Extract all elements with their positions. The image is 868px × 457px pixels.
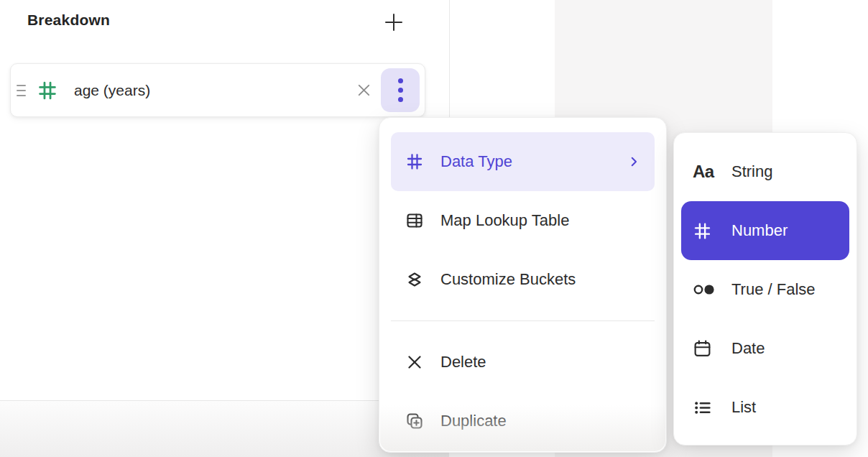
submenu-item-date[interactable]: Date (681, 319, 849, 378)
field-context-menu: Data Type Map Lookup Table (379, 117, 667, 453)
menu-item-label: Data Type (440, 152, 512, 171)
list-icon (693, 397, 719, 417)
add-breakdown-button[interactable] (380, 9, 407, 36)
submenu-item-string[interactable]: Aa String (681, 142, 849, 201)
menu-item-delete[interactable]: Delete (391, 333, 655, 392)
menu-item-customize-buckets[interactable]: Customize Buckets (391, 250, 655, 309)
menu-item-map-lookup-table[interactable]: Map Lookup Table (391, 191, 655, 250)
hash-icon (693, 221, 719, 241)
duplicate-icon (405, 412, 424, 430)
field-name: age (years) (74, 82, 150, 99)
submenu-item-list[interactable]: List (681, 378, 849, 437)
drag-handle-icon[interactable] (17, 85, 27, 96)
chevron-right-icon (627, 155, 640, 168)
boolean-icon (693, 280, 719, 300)
table-icon (405, 211, 424, 230)
aa-icon: Aa (693, 162, 719, 182)
breakdown-field-chip[interactable]: age (years) (10, 63, 425, 117)
data-type-submenu: Aa String Number True / False (673, 132, 857, 446)
kebab-menu-icon (398, 78, 403, 102)
menu-item-label: Duplicate (440, 412, 507, 430)
field-options-button[interactable] (381, 68, 420, 112)
calendar-icon (693, 338, 719, 359)
menu-divider (391, 320, 655, 321)
layers-icon (405, 270, 424, 289)
plus-icon (383, 11, 405, 33)
breakdown-screen: Breakdown age (years) (0, 0, 868, 457)
breakdown-header: Breakdown (27, 11, 424, 29)
submenu-item-label: String (731, 162, 772, 181)
submenu-item-label: True / False (731, 280, 816, 299)
menu-item-label: Customize Buckets (440, 270, 576, 289)
hash-icon (37, 80, 58, 101)
menu-item-label: Map Lookup Table (440, 211, 569, 230)
menu-item-data-type[interactable]: Data Type (391, 132, 655, 191)
menu-item-label: Delete (440, 353, 486, 371)
x-icon (405, 353, 424, 371)
menu-item-duplicate[interactable]: Duplicate (391, 392, 655, 451)
submenu-item-label: Date (731, 339, 765, 358)
submenu-item-number[interactable]: Number (681, 201, 849, 260)
remove-field-button[interactable] (351, 78, 377, 103)
submenu-item-label: List (731, 398, 756, 417)
submenu-item-true-false[interactable]: True / False (681, 260, 849, 319)
submenu-item-label: Number (731, 221, 788, 240)
panel-title: Breakdown (27, 11, 110, 29)
close-icon (356, 82, 372, 98)
hash-icon (405, 152, 424, 171)
